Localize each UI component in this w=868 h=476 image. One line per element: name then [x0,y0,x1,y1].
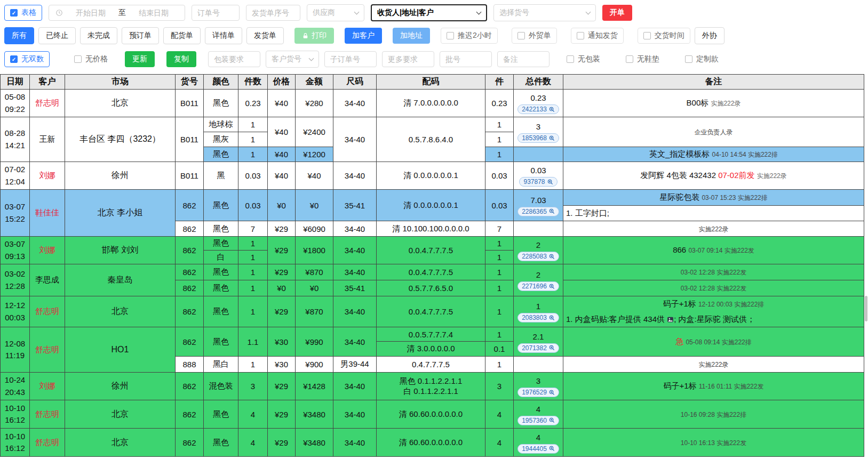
table-view-toggle[interactable]: 表格 [4,5,42,21]
cell-total[interactable]: 7.032286365 [514,190,563,221]
cell-color[interactable]: 混色装 [204,373,238,400]
cell-color[interactable]: 黑色 [204,400,238,429]
cell-amount[interactable]: ¥40 [296,162,333,190]
cell-date[interactable]: 10-1016:12 [1,429,30,457]
cell-piece[interactable]: 0.03 [485,162,514,190]
cell-remark[interactable]: B00标 实施222录 [563,90,864,117]
cell-customer[interactable]: 刘娜 [30,162,65,190]
cell-size[interactable]: 34-40 [333,221,377,237]
notify-shipping-checkbox[interactable]: 通知发货 [571,28,624,44]
start-date-input[interactable] [66,8,115,18]
tab-shipping[interactable]: 发货单 [246,27,284,44]
cell-alloc[interactable]: 清 10.100.100.0.0.0.0 [377,221,485,237]
cell-color[interactable]: 黑色 [204,264,238,280]
cell-piece[interactable]: 0.1 [485,342,514,357]
cell-alloc[interactable]: 0.5.7.7.6.5.0 [377,280,485,296]
cell-qty[interactable]: 1 [238,280,268,296]
order-number-input[interactable] [192,5,240,21]
no-price-checkbox[interactable]: 无价格 [69,52,113,67]
delay-2h-checkbox[interactable]: 推迟2小时 [441,28,498,44]
cell-qty[interactable]: 1 [238,147,268,162]
shipping-number-input[interactable] [246,5,300,21]
cell-market[interactable]: HO1 [65,327,176,373]
cell-piece[interactable]: 7 [485,221,514,237]
tab-detail[interactable]: 详情单 [205,27,242,44]
cell-size[interactable]: 34-40 [333,117,377,162]
cell-size[interactable]: 34-40 [333,429,377,457]
cell-piece[interactable]: 0.23 [485,90,514,117]
cell-size[interactable]: 34-40 [333,90,377,117]
end-date-input[interactable] [129,8,178,18]
cell-qty[interactable]: 0.23 [238,90,268,117]
cell-item[interactable]: 862 [176,429,204,457]
sub-order-input[interactable] [324,51,377,67]
delivery-time-checkbox[interactable]: 交货时间 [638,28,690,44]
outsource-button[interactable]: 外协 [695,27,724,44]
cell-piece[interactable]: 4 [485,429,514,457]
cell-remark[interactable]: 实施222录 [563,221,864,237]
order-id-badge[interactable]: 2286365 [517,207,559,216]
cell-remark[interactable]: 实施222录 [563,357,864,373]
cell-size[interactable]: 35-41 [333,190,377,221]
cell-date[interactable]: 03-0212:28 [1,264,30,296]
cell-alloc[interactable]: 清 60.60.0.0.0.0.0 [377,429,485,457]
cell-qty[interactable]: 1 [238,237,268,251]
supplier-select[interactable]: 供应商 [307,4,364,21]
cell-remark[interactable]: 星际驼包装 03-07 15:23 实施222排 1. 工字封口; [563,190,864,221]
cell-item[interactable]: 862 [176,280,204,296]
cell-qty[interactable]: 0.03 [238,190,268,221]
cell-amount[interactable]: ¥870 [296,264,333,280]
cell-qty[interactable]: 1 [238,296,268,327]
cell-total[interactable] [514,357,563,373]
cell-market[interactable]: 邯郸 刘刘 [65,237,176,264]
cell-alloc[interactable]: 0.0.5.7.7.7.4 [377,327,485,342]
cell-alloc[interactable]: 0.5.7.8.6.4.0 [377,117,485,162]
cell-size[interactable]: 34-40 [333,264,377,280]
cell-market[interactable]: 丰台区 李四（3232） [65,117,176,162]
cell-color[interactable]: 黑色 [204,327,238,357]
order-id-badge[interactable]: 2271696 [517,281,559,291]
cell-piece[interactable]: 1 [485,147,514,162]
cell-piece[interactable]: 1 [485,251,514,264]
cell-total[interactable]: 41957360 [514,400,563,429]
cell-color[interactable]: 黑色 [204,90,238,117]
create-order-button[interactable]: 开单 [602,5,632,21]
cell-alloc[interactable]: 0.4.7.7.7.5 [377,357,485,373]
cell-item[interactable]: 862 [176,190,204,221]
copy-button[interactable]: 复制 [166,51,196,67]
cell-customer[interactable]: 李思成 [30,264,65,296]
order-id-badge[interactable]: 1944405 [517,444,559,454]
cell-piece[interactable]: 1 [485,264,514,280]
cell-qty[interactable]: 1 [238,117,268,132]
cell-amount[interactable]: ¥0 [296,190,333,221]
cell-alloc[interactable]: 黑色 0.1.1.2.2.1.1白 0.1.1.2.2.1.1 [377,373,485,400]
cell-amount[interactable]: ¥1800 [296,237,333,264]
cell-remark[interactable]: 03-02 12:28 实施222发 [563,280,864,296]
cell-price[interactable]: ¥0 [268,280,296,296]
cell-piece[interactable]: 1 [485,327,514,342]
cell-qty[interactable]: 1 [238,357,268,373]
cell-customer[interactable]: 舒志明 [30,400,65,429]
cell-color[interactable]: 地球棕 [204,117,238,132]
cell-item[interactable]: 862 [176,237,204,264]
cell-price[interactable]: ¥30 [268,357,296,373]
cell-amount[interactable]: ¥6090 [296,221,333,237]
cell-piece[interactable]: 0.03 [485,190,514,221]
cell-price[interactable]: ¥29 [268,221,296,237]
cell-remark[interactable]: 866 03-07 09:14 实施222发 [563,237,864,264]
cell-amount[interactable]: ¥280 [296,90,333,117]
add-address-button[interactable]: 加地址 [393,28,430,44]
tab-all[interactable]: 所有 [4,27,34,44]
batch-number-input[interactable] [440,51,492,67]
cell-item[interactable]: 862 [176,327,204,357]
cell-item[interactable]: 888 [176,357,204,373]
cell-price[interactable]: ¥30 [268,327,296,357]
cell-total[interactable] [514,221,563,237]
cell-color[interactable]: 黑色 [204,429,238,457]
order-id-badge[interactable]: 2422133 [517,104,559,114]
cell-customer[interactable]: 舒志明 [30,327,65,373]
cell-size[interactable]: 34-40 [333,327,377,357]
cell-qty[interactable]: 4 [238,400,268,429]
cell-total[interactable]: 41944405 [514,429,563,457]
customer-item-select[interactable]: 客户货号 [266,51,319,68]
